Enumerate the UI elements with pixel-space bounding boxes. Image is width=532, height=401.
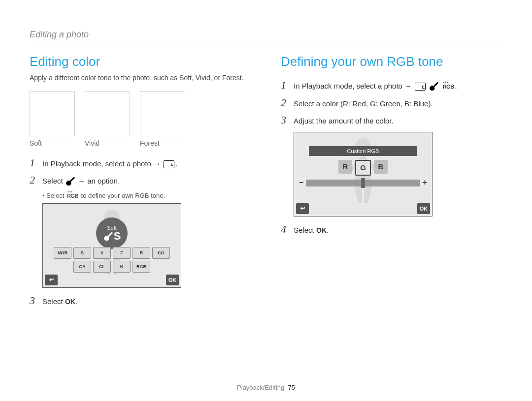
tool-r[interactable]: R [133,247,150,259]
custom-rgb-screenshot: Custom RGB R G B − + ↩ OK [294,132,432,216]
editing-color-section: Editing color Apply a different color to… [30,54,251,312]
color-swatch-row: Soft Vivid Forest [30,91,251,147]
rgb-step-1-text: In Playback mode, select a photo → RGB. [294,79,457,92]
slider-handle[interactable] [361,178,365,188]
rgb-b-button[interactable]: B [374,160,388,174]
breadcrumb: Editing a photo [30,30,502,42]
rgb-step-4-pre: Select [294,226,314,234]
swatch-soft [30,91,75,136]
ok-icon: OK [65,298,75,306]
tool-rgb[interactable]: RGB [133,261,150,273]
section-title-editing-color: Editing color [30,54,251,69]
tool-n[interactable]: N [113,261,131,273]
step-2-text: Select → an option. [42,174,120,187]
slider-plus-icon: + [423,178,427,187]
rgb-step-4-post: . [327,226,329,234]
back-button[interactable]: ↩ [296,203,309,214]
rgb-tone-section: Defining your own RGB tone 1 In Playback… [281,54,502,312]
edit-icon [164,160,174,168]
rgb-icon: RGB [443,83,454,91]
step-2-sub: • Select RGB to define your own RGB tone… [42,192,251,199]
step-3-text: Select OK. [42,295,77,308]
ok-button[interactable]: OK [417,203,430,214]
slider-minus-icon: − [299,178,303,187]
swatch-vivid [85,91,130,136]
intro-text: Apply a different color tone to the phot… [30,73,251,83]
step-1-text: In Playback mode, select a photo → . [42,157,177,170]
tool-nor[interactable]: NOR [54,247,71,259]
rgb-step-number-3: 3 [281,114,294,126]
step-2-sub-pre: Select [46,192,64,199]
step-number-3: 3 [30,295,42,307]
rgb-icon: RGB [67,193,78,199]
rgb-g-button[interactable]: G [355,160,371,176]
edit-icon [415,83,426,91]
swatch-forest [140,91,185,136]
tool-grid: NOR S V F R CO CA CL N RGB [54,247,170,273]
rgb-r-button[interactable]: R [338,160,352,174]
rgb-step-2-text: Select a color (R: Red, G: Green, B: Blu… [294,97,433,110]
footer-section: Playback/Editing [237,384,284,391]
step-number-1: 1 [30,157,42,169]
tool-v[interactable]: V [93,247,111,259]
ok-icon: OK [316,226,327,234]
brush-icon [430,83,438,91]
bubble-glyph: S [103,231,121,242]
rgb-step-1-pre: In Playback mode, select a photo → [294,82,412,90]
step-3-post: . [75,297,77,306]
back-button[interactable]: ↩ [45,275,58,285]
brush-icon [66,178,75,185]
rgb-step-number-2: 2 [281,97,294,109]
ok-button[interactable]: OK [166,275,179,285]
tool-f[interactable]: F [113,247,131,259]
step-number-2: 2 [30,174,42,186]
rgb-step-number-4: 4 [281,223,294,235]
swatch-label-forest: Forest [140,139,185,147]
custom-rgb-titlebar: Custom RGB [309,146,417,156]
rgb-step-number-1: 1 [281,79,294,91]
step-2-sub-post: to define your own RGB tone. [81,192,166,199]
tool-co[interactable]: CO [152,247,170,259]
soft-bubble: Soft S [96,217,128,249]
tool-ca[interactable]: CA [73,261,91,273]
section-title-rgb: Defining your own RGB tone [281,54,502,69]
rgb-step-3-text: Adjust the amount of the color. [294,114,394,127]
step-3-pre: Select [42,297,63,306]
step-1-body: In Playback mode, select a photo → [42,159,161,168]
tool-cl[interactable]: CL [93,261,111,273]
rgb-step-1-post: . [455,82,457,90]
soft-preview-screenshot: Soft S NOR S V F R CO CA [42,203,181,288]
swatch-label-soft: Soft [30,139,75,147]
step-2-mid: → an option. [78,177,120,185]
swatch-label-vivid: Vivid [85,139,130,147]
page-footer: Playback/Editing 75 [0,384,532,391]
footer-page-number: 75 [288,384,295,391]
step-2-pre: Select [42,177,63,185]
tool-s[interactable]: S [73,247,91,259]
rgb-step-4-text: Select OK. [294,223,329,236]
